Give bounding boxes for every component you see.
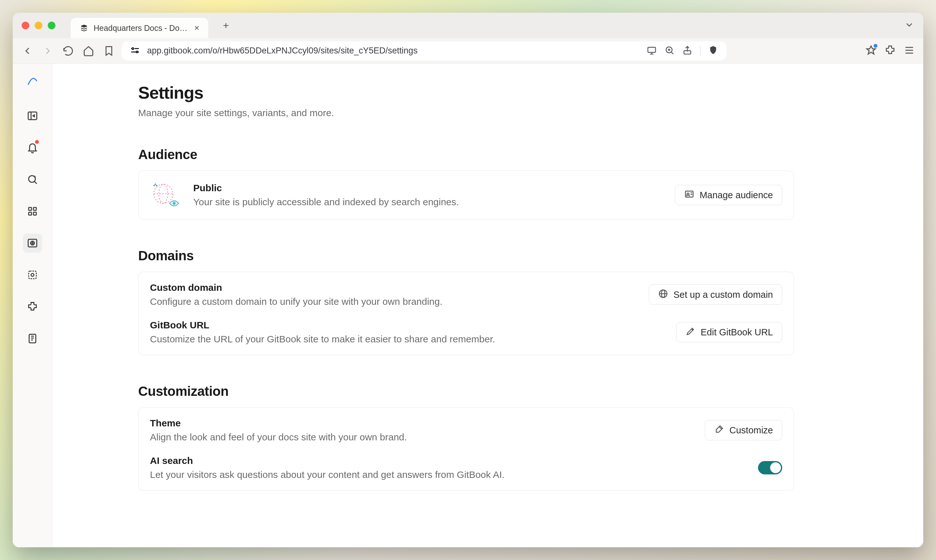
url-text: app.gitbook.com/o/rHbw65DDeLxPNJCcyl09/s… — [147, 46, 640, 56]
svg-rect-2 — [648, 47, 655, 52]
section-domains-title: Domains — [138, 248, 794, 263]
svg-point-20 — [173, 202, 176, 205]
section-audience-title: Audience — [138, 147, 794, 162]
gitbook-url-label: GitBook URL — [150, 320, 665, 331]
audience-label: Public — [193, 183, 663, 194]
bookmark-button[interactable] — [103, 45, 115, 57]
tabs-dropdown-button[interactable] — [904, 20, 914, 31]
nav-back-button[interactable] — [21, 45, 34, 57]
theme-label: Theme — [150, 418, 693, 429]
svg-rect-13 — [29, 271, 36, 279]
customize-theme-button[interactable]: Customize — [705, 420, 782, 440]
theme-desc: Align the look and feel of your docs sit… — [150, 432, 693, 443]
app-sidebar — [13, 64, 52, 547]
browser-window: Headquarters Docs - Docs si × + — [13, 13, 923, 547]
section-customization-title: Customization — [138, 384, 794, 399]
sidebar-docs-icon[interactable] — [23, 329, 42, 348]
sidebar-notifications-icon[interactable] — [23, 138, 42, 157]
zoom-icon[interactable] — [665, 45, 675, 57]
svg-point-14 — [31, 274, 34, 277]
sidebar-apps-icon[interactable] — [23, 202, 42, 221]
set-up-custom-domain-button[interactable]: Set up a custom domain — [649, 285, 782, 305]
edit-gitbook-url-button[interactable]: Edit GitBook URL — [676, 322, 782, 342]
gitbook-url-desc: Customize the URL of your GitBook site t… — [150, 334, 665, 345]
svg-rect-7 — [29, 208, 31, 210]
app-body: Settings Manage your site settings, vari… — [13, 64, 923, 547]
home-button[interactable] — [82, 45, 95, 57]
address-bar[interactable]: app.gitbook.com/o/rHbw65DDeLxPNJCcyl09/s… — [122, 42, 726, 60]
desktop-icon[interactable] — [647, 45, 657, 57]
svg-point-6 — [29, 175, 35, 182]
manage-audience-button[interactable]: Manage audience — [675, 185, 782, 205]
ai-search-desc: Let your visitors ask questions about yo… — [150, 469, 746, 480]
globe-public-icon — [150, 181, 182, 209]
ai-search-label: AI search — [150, 455, 746, 466]
window-maximize-button[interactable] — [48, 22, 56, 29]
brave-shields-icon[interactable] — [708, 45, 718, 57]
gitbook-url-action-label: Edit GitBook URL — [701, 327, 773, 338]
page-title: Settings — [138, 83, 794, 103]
window-minimize-button[interactable] — [35, 22, 42, 29]
notification-dot — [35, 140, 39, 144]
new-tab-button[interactable]: + — [223, 20, 229, 31]
reload-button[interactable] — [62, 45, 74, 57]
svg-rect-8 — [34, 208, 36, 210]
brush-icon — [714, 424, 724, 437]
sidebar-publish-icon[interactable] — [23, 234, 42, 252]
toggle-knob — [770, 462, 781, 473]
browser-tab[interactable]: Headquarters Docs - Docs si × — [71, 18, 208, 38]
sidebar-integrations-icon[interactable] — [23, 297, 42, 316]
custom-domain-desc: Configure a custom domain to unify your … — [150, 296, 637, 307]
custom-domain-action-label: Set up a custom domain — [673, 289, 773, 300]
svg-point-0 — [132, 48, 134, 49]
sidebar-snippets-icon[interactable] — [23, 265, 42, 285]
sidebar-panel-icon[interactable] — [23, 106, 42, 125]
content-area: Settings Manage your site settings, vari… — [52, 64, 923, 547]
menu-icon[interactable] — [904, 45, 915, 57]
org-logo[interactable] — [25, 73, 40, 87]
svg-rect-9 — [29, 212, 31, 215]
extensions-icon[interactable] — [884, 45, 896, 57]
window-close-button[interactable] — [22, 22, 29, 29]
tab-favicon — [80, 23, 88, 32]
svg-point-1 — [136, 51, 138, 52]
tab-title: Headquarters Docs - Docs si — [94, 23, 189, 33]
audience-card: Public Your site is publicly accessible … — [138, 171, 794, 220]
site-settings-icon[interactable] — [130, 45, 140, 57]
manage-audience-label: Manage audience — [700, 190, 773, 200]
pencil-icon — [685, 326, 695, 338]
svg-rect-10 — [34, 212, 36, 215]
ai-search-toggle[interactable] — [758, 461, 782, 474]
share-icon[interactable] — [682, 45, 692, 57]
custom-domain-label: Custom domain — [150, 282, 637, 293]
domains-card: Custom domain Configure a custom domain … — [138, 272, 794, 355]
audience-icon — [684, 189, 694, 202]
browser-toolbar: app.gitbook.com/o/rHbw65DDeLxPNJCcyl09/s… — [13, 38, 923, 64]
sidebar-search-icon[interactable] — [23, 170, 42, 189]
page-subtitle: Manage your site settings, variants, and… — [138, 108, 794, 118]
audience-desc: Your site is publicly accessible and ind… — [193, 197, 663, 208]
titlebar: Headquarters Docs - Docs si × + — [13, 13, 923, 38]
rewards-icon[interactable] — [865, 45, 877, 57]
traffic-lights — [22, 22, 56, 29]
nav-forward-button[interactable] — [42, 45, 54, 57]
tab-close-button[interactable]: × — [194, 23, 199, 33]
customize-action-label: Customize — [729, 425, 773, 435]
globe-icon — [658, 289, 668, 301]
customization-card: Theme Align the look and feel of your do… — [138, 407, 794, 491]
